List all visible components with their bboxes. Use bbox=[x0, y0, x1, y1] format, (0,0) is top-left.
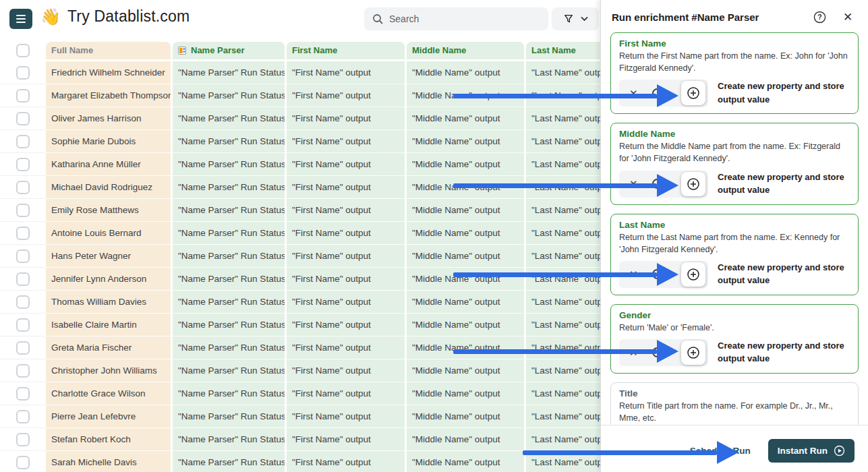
cell-first-name[interactable]: "First Name" output bbox=[287, 153, 405, 176]
row-checkbox[interactable] bbox=[16, 318, 30, 332]
cell-first-name[interactable]: "First Name" output bbox=[287, 428, 405, 451]
cell-name-parser[interactable]: "Name Parser" Run Status bbox=[173, 107, 285, 130]
help-icon[interactable]: ? bbox=[811, 9, 828, 25]
cell-name-parser[interactable]: "Name Parser" Run Status bbox=[173, 291, 285, 314]
cell-middle-name[interactable]: "Middle Name" output bbox=[407, 84, 524, 107]
cell-middle-name[interactable]: "Middle Name" output bbox=[407, 176, 524, 199]
row-checkbox[interactable] bbox=[16, 204, 30, 217]
cell-full-name[interactable]: Emily Rose Matthews bbox=[46, 199, 171, 222]
cell-full-name[interactable]: Sophie Marie Dubois bbox=[46, 130, 171, 153]
cell-first-name[interactable]: "First Name" output bbox=[287, 84, 405, 107]
instant-run-button[interactable]: Instant Run bbox=[768, 439, 855, 463]
cell-first-name[interactable]: "First Name" output bbox=[287, 176, 405, 199]
cell-full-name[interactable]: Michael David Rodriguez bbox=[46, 176, 171, 199]
row-checkbox[interactable] bbox=[16, 181, 30, 194]
search-box[interactable] bbox=[364, 7, 548, 30]
column-header-name-parser[interactable]: Name Parser bbox=[173, 42, 285, 59]
remove-icon[interactable]: ✕ bbox=[629, 269, 638, 279]
cell-full-name[interactable]: Sarah Michelle Davis bbox=[46, 451, 171, 472]
schedule-run-button[interactable]: Schedule Run bbox=[690, 446, 751, 456]
row-checkbox[interactable] bbox=[16, 387, 30, 401]
row-checkbox[interactable] bbox=[16, 295, 30, 309]
create-property-button[interactable] bbox=[681, 341, 705, 365]
cell-full-name[interactable]: Oliver James Harrison bbox=[46, 107, 171, 130]
row-checkbox[interactable] bbox=[16, 227, 30, 240]
close-icon[interactable]: ✕ bbox=[840, 9, 856, 25]
cell-middle-name[interactable]: "Middle Name" output bbox=[407, 451, 524, 472]
cell-middle-name[interactable]: "Middle Name" output bbox=[407, 382, 524, 405]
cell-first-name[interactable]: "First Name" output bbox=[287, 405, 405, 428]
cell-middle-name[interactable]: "Middle Name" output bbox=[407, 405, 524, 428]
column-header-first-name[interactable]: First Name bbox=[287, 42, 405, 59]
row-checkbox[interactable] bbox=[16, 341, 30, 355]
cell-name-parser[interactable]: "Name Parser" Run Status bbox=[173, 245, 285, 268]
cell-full-name[interactable]: Stefan Robert Koch bbox=[46, 428, 171, 451]
cell-first-name[interactable]: "First Name" output bbox=[287, 382, 405, 405]
cell-middle-name[interactable]: "Middle Name" output bbox=[407, 61, 524, 84]
cell-name-parser[interactable]: "Name Parser" Run Status bbox=[173, 382, 285, 405]
cell-full-name[interactable]: Greta Maria Fischer bbox=[46, 336, 171, 359]
cell-full-name[interactable]: Pierre Jean Lefebvre bbox=[46, 405, 171, 428]
cell-name-parser[interactable]: "Name Parser" Run Status bbox=[173, 199, 285, 222]
link-property-icon[interactable] bbox=[652, 88, 662, 98]
cell-full-name[interactable]: Friedrich Wilhelm Schneider bbox=[46, 61, 171, 84]
remove-icon[interactable]: ✕ bbox=[629, 179, 638, 189]
cell-middle-name[interactable]: "Middle Name" output bbox=[407, 268, 524, 291]
cell-first-name[interactable]: "First Name" output bbox=[287, 130, 405, 153]
cell-middle-name[interactable]: "Middle Name" output bbox=[407, 291, 524, 314]
row-checkbox[interactable] bbox=[16, 66, 30, 80]
cell-middle-name[interactable]: "Middle Name" output bbox=[407, 222, 524, 245]
cell-middle-name[interactable]: "Middle Name" output bbox=[407, 359, 524, 382]
cell-full-name[interactable]: Hans Peter Wagner bbox=[46, 245, 171, 268]
row-checkbox[interactable] bbox=[16, 135, 30, 148]
link-property-icon[interactable] bbox=[652, 269, 662, 279]
cell-middle-name[interactable]: "Middle Name" output bbox=[407, 153, 524, 176]
create-property-button[interactable] bbox=[681, 172, 705, 196]
column-header-full-name[interactable]: Full Name bbox=[46, 42, 171, 59]
cell-middle-name[interactable]: "Middle Name" output bbox=[407, 314, 524, 336]
cell-middle-name[interactable]: "Middle Name" output bbox=[407, 107, 524, 130]
cell-first-name[interactable]: "First Name" output bbox=[287, 359, 405, 382]
row-checkbox[interactable] bbox=[16, 410, 30, 423]
cell-full-name[interactable]: Charlotte Grace Wilson bbox=[46, 382, 171, 405]
cell-middle-name[interactable]: "Middle Name" output bbox=[407, 336, 524, 359]
cell-full-name[interactable]: Margaret Elizabeth Thompson bbox=[46, 84, 171, 107]
cell-name-parser[interactable]: "Name Parser" Run Status bbox=[173, 130, 285, 153]
cell-full-name[interactable]: Isabelle Claire Martin bbox=[46, 314, 171, 336]
cell-name-parser[interactable]: "Name Parser" Run Status bbox=[173, 336, 285, 359]
cell-first-name[interactable]: "First Name" output bbox=[287, 61, 405, 84]
cell-full-name[interactable]: Katharina Anne Müller bbox=[46, 153, 171, 176]
cell-first-name[interactable]: "First Name" output bbox=[287, 245, 405, 268]
cell-full-name[interactable]: Thomas William Davies bbox=[46, 291, 171, 314]
remove-icon[interactable]: ✕ bbox=[629, 88, 638, 98]
cell-name-parser[interactable]: "Name Parser" Run Status bbox=[173, 359, 285, 382]
cell-name-parser[interactable]: "Name Parser" Run Status bbox=[173, 84, 285, 107]
cell-first-name[interactable]: "First Name" output bbox=[287, 268, 405, 291]
row-checkbox[interactable] bbox=[16, 158, 30, 171]
cell-first-name[interactable]: "First Name" output bbox=[287, 291, 405, 314]
create-property-button[interactable] bbox=[681, 262, 705, 287]
filter-button[interactable] bbox=[552, 7, 599, 30]
remove-icon[interactable]: ✕ bbox=[629, 347, 638, 357]
cell-name-parser[interactable]: "Name Parser" Run Status bbox=[173, 451, 285, 472]
cell-name-parser[interactable]: "Name Parser" Run Status bbox=[173, 61, 285, 84]
cell-name-parser[interactable]: "Name Parser" Run Status bbox=[173, 222, 285, 245]
cell-middle-name[interactable]: "Middle Name" output bbox=[407, 130, 524, 153]
cell-name-parser[interactable]: "Name Parser" Run Status bbox=[173, 405, 285, 428]
row-checkbox[interactable] bbox=[16, 433, 30, 446]
link-property-icon[interactable] bbox=[652, 347, 662, 357]
select-all-checkbox[interactable] bbox=[16, 44, 30, 57]
row-checkbox[interactable] bbox=[16, 364, 30, 378]
cell-first-name[interactable]: "First Name" output bbox=[287, 107, 405, 130]
cell-name-parser[interactable]: "Name Parser" Run Status bbox=[173, 153, 285, 176]
search-input[interactable] bbox=[389, 13, 540, 24]
cell-middle-name[interactable]: "Middle Name" output bbox=[407, 199, 524, 222]
cell-name-parser[interactable]: "Name Parser" Run Status bbox=[173, 176, 285, 199]
cell-name-parser[interactable]: "Name Parser" Run Status bbox=[173, 268, 285, 291]
row-checkbox[interactable] bbox=[16, 249, 30, 263]
link-property-icon[interactable] bbox=[652, 179, 662, 189]
cell-full-name[interactable]: Christopher John Williams bbox=[46, 359, 171, 382]
cell-middle-name[interactable]: "Middle Name" output bbox=[407, 428, 524, 451]
cell-first-name[interactable]: "First Name" output bbox=[287, 451, 405, 472]
row-checkbox[interactable] bbox=[16, 272, 30, 286]
